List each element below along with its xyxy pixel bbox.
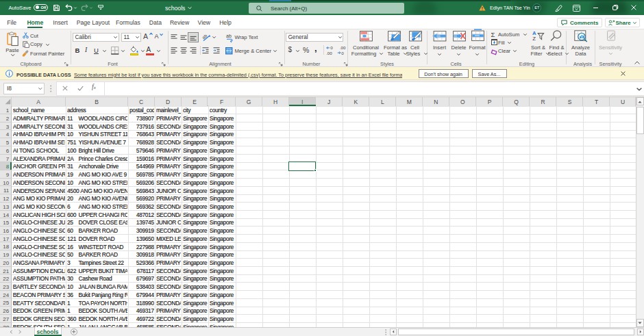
svg-text:Z: Z bbox=[532, 36, 536, 42]
svg-text:ab: ab bbox=[226, 33, 232, 38]
svg-text:.00: .00 bbox=[339, 45, 345, 50]
svg-text:0: 0 bbox=[341, 50, 344, 55]
svg-text:0: 0 bbox=[330, 45, 333, 50]
svg-text:.00: .00 bbox=[326, 50, 332, 55]
